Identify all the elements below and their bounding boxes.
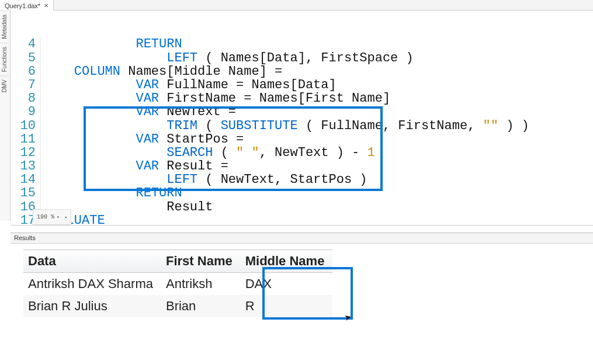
code-line[interactable]: 5 LEFT ( Names[Data], FirstSpace ) bbox=[11, 51, 593, 65]
code-line[interactable]: 14 LEFT ( NewText, StartPos ) bbox=[11, 173, 593, 186]
table-cell[interactable]: Brian R Julius bbox=[23, 295, 161, 317]
line-number: 6 bbox=[11, 65, 41, 78]
sidetab-dmv[interactable]: DMV bbox=[0, 75, 9, 96]
code-line[interactable]: 12 SEARCH ( " ", NewText ) - 1 bbox=[11, 146, 593, 160]
table-cell[interactable]: Antriksh bbox=[161, 273, 241, 296]
chevron-right-icon: ◂ bbox=[64, 210, 67, 224]
tab-bar: Query1.dax* ✕ bbox=[0, 0, 593, 11]
line-number: 8 bbox=[11, 92, 41, 105]
code-content[interactable]: VAR Result = bbox=[41, 160, 228, 173]
code-line[interactable]: 8 VAR FirstName = Names[First Name] bbox=[11, 92, 593, 105]
line-number: 10 bbox=[11, 119, 41, 133]
file-tab-label: Query1.dax* bbox=[5, 2, 40, 9]
code-content[interactable]: VAR FirstName = Names[First Name] bbox=[41, 92, 390, 105]
code-content[interactable]: RETURN bbox=[41, 37, 182, 51]
line-number: 13 bbox=[11, 160, 41, 173]
table-row[interactable]: Brian R JuliusBrianR bbox=[23, 295, 332, 317]
table-header-cell[interactable]: First Name bbox=[161, 250, 241, 273]
results-panel: Results DataFirst NameMiddle NameAntriks… bbox=[11, 233, 593, 364]
code-content[interactable]: TRIM ( SUBSTITUTE ( FullName, FirstName,… bbox=[41, 119, 529, 133]
sidetab-metadata[interactable]: Metadata bbox=[0, 11, 9, 43]
table-header-cell[interactable]: Data bbox=[23, 250, 161, 273]
line-number: 7 bbox=[11, 78, 41, 92]
line-number: 11 bbox=[11, 133, 41, 146]
code-line[interactable]: 17EVALUATE bbox=[11, 214, 593, 226]
zoom-indicator[interactable]: 190 % ▾ ◂ bbox=[33, 209, 71, 225]
code-content[interactable]: SEARCH ( " ", NewText ) - 1 bbox=[41, 146, 375, 160]
code-line[interactable]: 11 VAR StartPos = bbox=[11, 133, 593, 146]
code-line[interactable]: 9 VAR NewText = bbox=[11, 105, 593, 119]
results-table[interactable]: DataFirst NameMiddle NameAntriksh DAX Sh… bbox=[23, 249, 332, 317]
zoom-value: 190 % bbox=[37, 210, 54, 224]
code-editor[interactable]: 4 RETURN5 LEFT ( Names[Data], FirstSpace… bbox=[11, 11, 593, 226]
code-line[interactable]: 4 RETURN bbox=[11, 37, 593, 51]
code-content[interactable]: VAR FullName = Names[Data] bbox=[41, 78, 337, 92]
mouse-cursor-icon: ➤ bbox=[344, 312, 353, 323]
code-line[interactable]: 10 TRIM ( SUBSTITUTE ( FullName, FirstNa… bbox=[11, 119, 593, 133]
code-content[interactable]: LEFT ( Names[Data], FirstSpace ) bbox=[41, 51, 414, 65]
table-cell[interactable]: Antriksh DAX Sharma bbox=[23, 273, 161, 296]
code-content[interactable]: VAR NewText = bbox=[41, 105, 236, 119]
results-title: Results bbox=[11, 233, 593, 244]
close-icon[interactable]: ✕ bbox=[44, 2, 48, 9]
chevron-down-icon: ▾ bbox=[57, 210, 60, 224]
table-cell[interactable]: Brian bbox=[161, 295, 241, 317]
code-line[interactable]: 6 COLUMN Names[Middle Name] = bbox=[11, 65, 593, 78]
line-number: 5 bbox=[11, 51, 41, 65]
code-line[interactable]: 16 Result bbox=[11, 200, 593, 214]
line-number: 14 bbox=[11, 173, 41, 186]
line-number: 12 bbox=[11, 146, 41, 160]
line-number: 4 bbox=[11, 37, 41, 51]
sidetab-functions[interactable]: Functions bbox=[0, 43, 9, 75]
side-tabs: Metadata Functions DMV bbox=[0, 11, 11, 221]
table-header-row: DataFirst NameMiddle Name bbox=[23, 250, 332, 273]
code-line[interactable]: 7 VAR FullName = Names[Data] bbox=[11, 78, 593, 92]
table-row[interactable]: Antriksh DAX SharmaAntrikshDAX bbox=[23, 273, 332, 296]
line-number: 9 bbox=[11, 105, 41, 119]
code-content[interactable]: RETURN bbox=[41, 186, 182, 200]
line-number: 15 bbox=[11, 186, 41, 200]
code-content[interactable]: VAR StartPos = bbox=[41, 133, 244, 146]
table-cell[interactable]: DAX bbox=[241, 273, 333, 296]
table-cell[interactable]: R bbox=[241, 295, 333, 317]
code-content[interactable]: LEFT ( NewText, StartPos ) bbox=[41, 173, 367, 186]
file-tab[interactable]: Query1.dax* ✕ bbox=[0, 0, 54, 11]
code-content[interactable]: COLUMN Names[Middle Name] = bbox=[41, 65, 282, 78]
code-line[interactable]: 13 VAR Result = bbox=[11, 160, 593, 173]
code-line[interactable]: 15 RETURN bbox=[11, 186, 593, 200]
table-header-cell[interactable]: Middle Name bbox=[241, 250, 333, 273]
